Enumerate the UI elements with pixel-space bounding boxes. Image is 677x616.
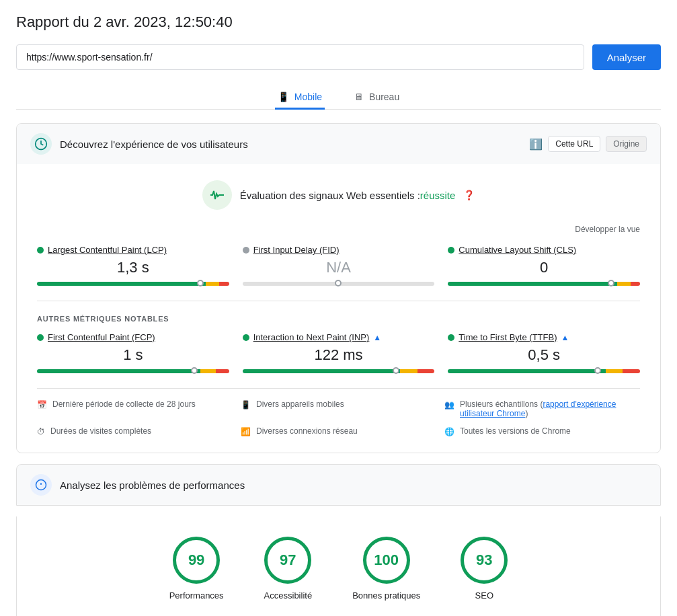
lcp-dot (37, 247, 44, 254)
ttfb-marker (594, 367, 601, 374)
fid-marker (335, 280, 342, 286)
fcp-bar (37, 369, 229, 375)
analyze-button[interactable]: Analyser (592, 44, 661, 70)
fcp-marker (191, 367, 198, 374)
cls-label: Cumulative Layout Shift (CLS) (448, 245, 640, 255)
fcp-link[interactable]: First Contentful Paint (FCP) (48, 332, 155, 342)
experience-body: Évaluation des signaux Web essentiels :r… (17, 164, 660, 453)
inp-dot (243, 334, 249, 341)
ttfb-label: Time to First Byte (TTFB) ▲ (448, 332, 640, 342)
mobile-icon: 📱 (278, 91, 289, 102)
score-value-performances: 99 (188, 551, 204, 569)
tab-bureau[interactable]: 🖥 Bureau (352, 86, 402, 110)
fid-label: First Input Delay (FID) (243, 245, 435, 255)
web-vitals-title-row: Évaluation des signaux Web essentiels :r… (202, 180, 475, 210)
url-bar-row: Analyser (16, 44, 661, 70)
score-circle-bonnes-pratiques: 100 (363, 537, 410, 584)
web-vitals-info-icon[interactable]: ❓ (463, 190, 475, 200)
score-seo: 93 SEO (461, 537, 508, 601)
inp-marker (393, 367, 399, 374)
tab-mobile[interactable]: 📱 Mobile (275, 86, 325, 110)
other-metrics-label: AUTRES MÉTRIQUES NOTABLES (37, 315, 640, 323)
chrome-report-link[interactable]: rapport d'expérience utilisateur Chrome (460, 399, 616, 418)
other-metrics-row: First Contentful Paint (FCP) 1 s Interac… (37, 332, 640, 375)
web-vitals-header: Évaluation des signaux Web essentiels :r… (37, 180, 640, 210)
metric-fcp: First Contentful Paint (FCP) 1 s (37, 332, 229, 375)
lcp-marker (197, 280, 204, 286)
problems-icon (30, 474, 52, 496)
experience-title: Découvrez l'expérience de vos utilisateu… (60, 139, 248, 150)
inp-flag-icon: ▲ (373, 333, 381, 342)
fcp-value: 1 s (37, 346, 229, 364)
info-text-4: Diverses connexions réseau (256, 426, 358, 436)
problems-title: Analysez les problèmes de performances (60, 479, 245, 491)
info-text-3: Durées de visites complètes (50, 426, 151, 436)
core-metrics-row: Largest Contentful Paint (LCP) 1,3 s Fir… (37, 245, 640, 287)
fcp-label: First Contentful Paint (FCP) (37, 332, 229, 342)
inp-link[interactable]: Interaction to Next Paint (INP) (253, 332, 370, 342)
info-text-5: Toutes les versions de Chrome (460, 426, 571, 436)
globe-icon: 🌐 (444, 427, 454, 436)
info-row: 📅 Dernière période de collecte de 28 jou… (37, 388, 640, 436)
score-circle-performances: 99 (173, 537, 220, 584)
ttfb-dot (448, 334, 454, 341)
score-circle-seo: 93 (461, 537, 508, 584)
pulse-icon (202, 180, 232, 210)
problems-section: Analysez les problèmes de performances 9… (16, 464, 661, 616)
info-icon[interactable]: ℹ️ (529, 138, 543, 151)
info-item-0: 📅 Dernière période de collecte de 28 jou… (37, 399, 233, 418)
inp-value: 122 ms (243, 346, 435, 364)
toggle-origin-button[interactable]: Origine (606, 136, 647, 152)
experience-card: Découvrez l'expérience de vos utilisateu… (16, 123, 661, 453)
score-label-bonnes-pratiques: Bonnes pratiques (352, 590, 420, 601)
cls-bar (448, 282, 640, 287)
lcp-value: 1,3 s (37, 259, 229, 276)
cls-value: 0 (448, 259, 640, 276)
devices-icon: 📱 (241, 400, 251, 410)
info-text-1: Divers appareils mobiles (256, 399, 344, 409)
problems-header: Analysez les problèmes de performances (16, 464, 661, 506)
experience-header: Découvrez l'expérience de vos utilisateu… (17, 124, 660, 164)
ttfb-value: 0,5 s (448, 346, 640, 364)
info-item-2: 👥 Plusieurs échantillons (rapport d'expé… (444, 399, 640, 418)
toggle-url-button[interactable]: Cette URL (548, 136, 600, 152)
experience-header-right: ℹ️ Cette URL Origine (529, 136, 647, 152)
network-icon: 📶 (241, 427, 251, 436)
ttfb-flag-icon: ▲ (561, 333, 569, 342)
cls-marker (608, 280, 614, 286)
score-value-seo: 93 (476, 551, 492, 569)
duration-icon: ⏱ (37, 427, 45, 436)
tab-mobile-label: Mobile (294, 91, 322, 102)
cls-link[interactable]: Cumulative Layout Shift (CLS) (459, 245, 576, 255)
fid-bar (243, 282, 435, 287)
info-text-0: Dernière période de collecte de 28 jours (52, 399, 196, 409)
calendar-icon: 📅 (37, 400, 47, 410)
ttfb-link[interactable]: Time to First Byte (TTFB) (459, 332, 557, 342)
experience-header-left: Découvrez l'expérience de vos utilisateu… (30, 133, 248, 155)
inp-bar (243, 369, 435, 375)
metric-cls: Cumulative Layout Shift (CLS) 0 (448, 245, 640, 287)
fid-dot (243, 247, 249, 254)
experience-icon (30, 133, 52, 155)
metric-lcp: Largest Contentful Paint (LCP) 1,3 s (37, 245, 229, 287)
score-value-accessibilite: 97 (280, 551, 296, 569)
score-label-performances: Performances (169, 590, 224, 601)
ttfb-bar (448, 369, 640, 375)
bureau-icon: 🖥 (354, 91, 364, 102)
metric-fid: First Input Delay (FID) N/A (243, 245, 435, 287)
fid-link[interactable]: First Input Delay (FID) (253, 245, 340, 255)
score-value-bonnes-pratiques: 100 (374, 551, 399, 569)
tabs-row: 📱 Mobile 🖥 Bureau (16, 86, 661, 110)
score-bonnes-pratiques: 100 Bonnes pratiques (352, 537, 420, 601)
info-item-5: 🌐 Toutes les versions de Chrome (444, 426, 640, 436)
metric-ttfb: Time to First Byte (TTFB) ▲ 0,5 s (448, 332, 640, 375)
lcp-link[interactable]: Largest Contentful Paint (LCP) (48, 245, 167, 255)
expand-link[interactable]: Développer la vue (575, 225, 640, 234)
page-title: Rapport du 2 avr. 2023, 12:50:40 (16, 13, 661, 31)
score-label-accessibilite: Accessibilité (264, 590, 313, 601)
score-accessibilite: 97 Accessibilité (264, 537, 313, 601)
url-input[interactable] (16, 44, 584, 70)
info-item-3: ⏱ Durées de visites complètes (37, 426, 233, 436)
score-circle-accessibilite: 97 (264, 537, 311, 584)
scores-row: 99 Performances 97 Accessibilité 100 Bon… (30, 537, 647, 601)
